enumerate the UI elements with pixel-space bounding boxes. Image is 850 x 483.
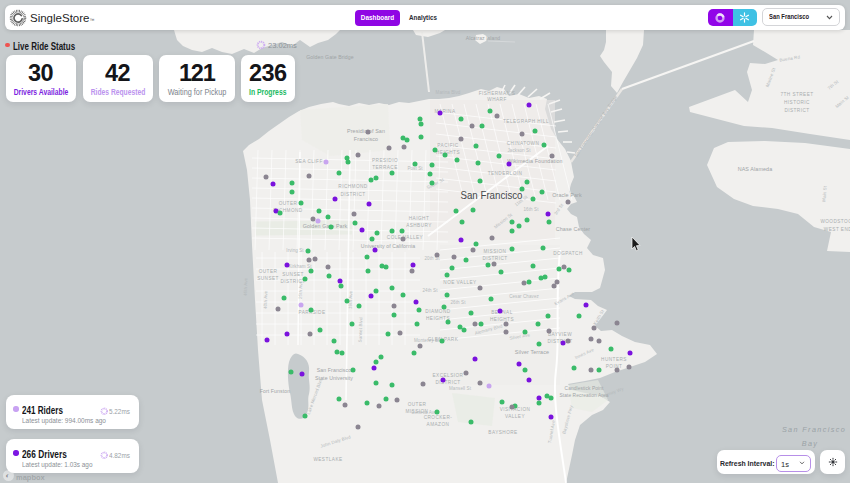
svg-text:Jackson St: Jackson St	[507, 148, 531, 153]
svg-text:16th St: 16th St	[524, 207, 540, 212]
svg-text:DISTRICT: DISTRICT	[784, 108, 809, 113]
svg-text:San Francisco: San Francisco	[461, 189, 523, 201]
svg-text:TELEGRAPH HILL: TELEGRAPH HILL	[503, 119, 549, 124]
svg-text:Oracle Park: Oracle Park	[552, 192, 582, 198]
svg-text:Golden Gate Bridge: Golden Gate Bridge	[306, 54, 354, 60]
svg-text:Alcatraz Island: Alcatraz Island	[466, 35, 500, 41]
svg-text:Marina Blvd: Marina Blvd	[436, 90, 461, 95]
svg-text:TERRACE: TERRACE	[372, 165, 398, 170]
svg-text:Silver Terrace: Silver Terrace	[515, 349, 549, 355]
svg-text:SUNSET: SUNSET	[282, 272, 304, 277]
svg-text:HUNTERS: HUNTERS	[601, 357, 627, 362]
svg-text:VALLEY: VALLEY	[505, 414, 525, 419]
svg-text:Candlestick Point: Candlestick Point	[565, 386, 604, 391]
svg-text:AMAZON: AMAZON	[427, 422, 450, 427]
svg-text:Chase Center: Chase Center	[556, 226, 591, 232]
svg-text:Bay: Bay	[802, 439, 819, 448]
svg-text:Post St: Post St	[407, 166, 423, 171]
svg-text:POINT: POINT	[606, 364, 623, 369]
svg-text:DISTRICT: DISTRICT	[340, 192, 365, 197]
svg-text:FISHERMAN'S: FISHERMAN'S	[479, 91, 516, 96]
svg-text:RICHMOND: RICHMOND	[338, 184, 368, 189]
svg-text:NAS Alameda: NAS Alameda	[738, 166, 773, 172]
svg-text:EXCELSIOR: EXCELSIOR	[433, 373, 464, 378]
svg-text:DOGPATCH: DOGPATCH	[553, 251, 582, 256]
svg-text:NOE VALLEY: NOE VALLEY	[443, 280, 477, 285]
svg-text:40th Ave: 40th Ave	[263, 290, 269, 309]
svg-text:CHINATOWN: CHINATOWN	[507, 141, 540, 146]
svg-text:OUTER: OUTER	[279, 201, 298, 206]
svg-text:PRESIDIO: PRESIDIO	[372, 158, 398, 163]
svg-text:San Francisco: San Francisco	[782, 425, 846, 434]
svg-text:Sunset Blvd: Sunset Blvd	[358, 317, 364, 343]
svg-text:Cesar Chavez: Cesar Chavez	[509, 294, 539, 299]
svg-text:WHARF: WHARF	[487, 97, 506, 102]
svg-text:26th St: 26th St	[451, 300, 467, 305]
svg-text:BAYVIEW: BAYVIEW	[548, 332, 572, 337]
svg-text:Wikimedia Foundation: Wikimedia Foundation	[507, 158, 562, 164]
svg-text:24th St: 24th St	[423, 288, 439, 293]
svg-text:Kirkham St: Kirkham St	[288, 264, 312, 269]
svg-text:TENDERLOIN: TENDERLOIN	[488, 171, 523, 176]
svg-text:San Francisco: San Francisco	[317, 367, 351, 373]
svg-text:MISSION: MISSION	[484, 249, 507, 254]
svg-text:HEIGHTS: HEIGHTS	[436, 150, 460, 155]
svg-text:Irving St: Irving St	[286, 248, 304, 253]
svg-text:DISTRICT: DISTRICT	[435, 380, 460, 385]
svg-text:Fort Funston: Fort Funston	[260, 388, 291, 394]
svg-text:SEA CLIFF: SEA CLIFF	[295, 159, 323, 164]
svg-text:CROCKER-: CROCKER-	[424, 415, 453, 420]
svg-text:HAIGHT: HAIGHT	[409, 216, 429, 221]
svg-text:7TH STREET: 7TH STREET	[780, 92, 813, 97]
svg-text:PACIFIC: PACIFIC	[437, 143, 458, 148]
svg-text:Francisco: Francisco	[354, 136, 378, 142]
svg-text:WESTLAKE: WESTLAKE	[313, 457, 342, 462]
svg-text:DISTRICT: DISTRICT	[482, 256, 507, 261]
svg-text:Geneva Ave: Geneva Ave	[411, 410, 437, 415]
svg-text:Golden Gate Park: Golden Gate Park	[303, 223, 348, 229]
svg-text:OUTER: OUTER	[408, 402, 427, 407]
svg-text:WOODSTOCK: WOODSTOCK	[820, 219, 850, 224]
svg-text:46th Ave: 46th Ave	[243, 277, 249, 296]
svg-text:HISTORIC: HISTORIC	[784, 100, 810, 105]
svg-text:OUTER: OUTER	[259, 269, 278, 274]
svg-text:BAYSHORE: BAYSHORE	[488, 430, 517, 435]
svg-text:DIAMOND: DIAMOND	[425, 309, 450, 314]
svg-text:25th Ave: 25th Ave	[298, 280, 304, 299]
svg-text:ASHBURY: ASHBURY	[406, 223, 432, 228]
svg-text:HEIGHTS: HEIGHTS	[490, 317, 514, 322]
svg-text:WEST END: WEST END	[824, 227, 850, 232]
svg-text:SUNSET: SUNSET	[257, 276, 279, 281]
svg-text:University of California: University of California	[361, 243, 415, 249]
svg-text:Mansell St: Mansell St	[449, 386, 472, 391]
